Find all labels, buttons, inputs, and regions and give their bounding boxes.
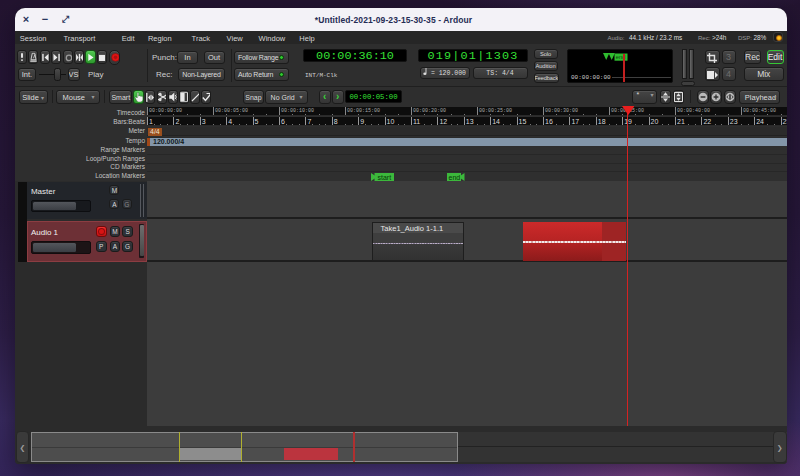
svg-text:start: start [378,173,392,180]
svg-text:end: end [449,173,461,180]
